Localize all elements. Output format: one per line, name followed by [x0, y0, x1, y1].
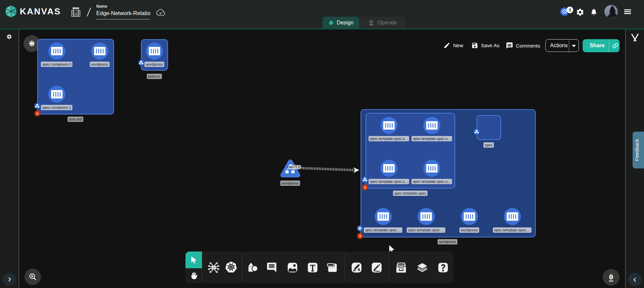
svg-text:2: 2 [37, 112, 38, 115]
svg-text:3: 3 [359, 234, 361, 238]
svg-text:3: 3 [364, 186, 366, 189]
